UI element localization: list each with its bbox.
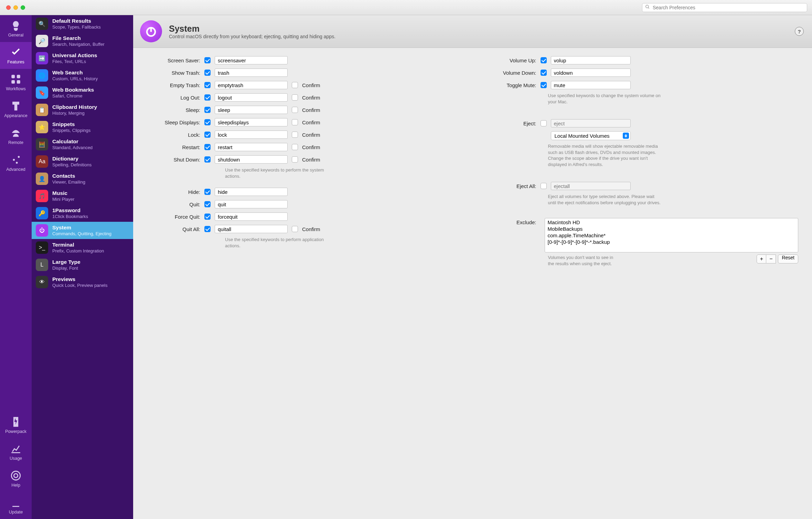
empty-trash-keyword-input[interactable] — [215, 81, 288, 89]
nav-features[interactable]: Features — [0, 42, 32, 69]
lock-keyword-input[interactable] — [215, 131, 288, 139]
feature-item-universal-actions[interactable]: ➡️ Universal Actions Files, Text, URLs — [32, 50, 133, 67]
eject-checkbox[interactable] — [541, 120, 547, 126]
empty-trash-checkbox[interactable] — [204, 82, 211, 88]
lock-checkbox[interactable] — [204, 132, 211, 138]
feature-item-system[interactable]: ⏻ System Commands, Quitting, Ejecting — [32, 222, 133, 239]
log-out-confirm-checkbox[interactable] — [292, 94, 298, 101]
quit-all-checkbox[interactable] — [204, 226, 211, 232]
exclude-add-button[interactable]: + — [757, 255, 766, 263]
music-icon: 🎵 — [36, 190, 48, 202]
shut-down-confirm-checkbox[interactable] — [292, 156, 298, 163]
feature-item-dictionary[interactable]: Aa Dictionary Spelling, Definitions — [32, 153, 133, 170]
exclude-item[interactable]: Macintosh HD — [545, 219, 798, 226]
restart-confirm-checkbox[interactable] — [292, 144, 298, 150]
nav-label: Advanced — [6, 167, 25, 172]
restart-keyword-input[interactable] — [215, 143, 288, 151]
hide-checkbox[interactable] — [204, 189, 211, 195]
exclude-item[interactable]: com.apple.TimeMachine* — [545, 232, 798, 239]
feature-item-web-search[interactable]: 🌐 Web Search Custom, URLs, History — [32, 67, 133, 84]
nav-remote[interactable]: Remote — [0, 123, 32, 149]
volume-up-keyword-input[interactable] — [551, 56, 631, 64]
feature-item-contacts[interactable]: 👤 Contacts Viewer, Emailing — [32, 170, 133, 187]
app-actions-help: Use the specified keywords to perform ap… — [215, 235, 326, 253]
screen-saver-keyword-input[interactable] — [215, 56, 288, 64]
show-trash-keyword-input[interactable] — [215, 69, 288, 77]
shut-down-keyword-input[interactable] — [215, 155, 288, 164]
feature-item-large-type[interactable]: L Large Type Display, Font — [32, 256, 133, 273]
previews-icon: 👁 — [36, 276, 48, 288]
volume-down-keyword-input[interactable] — [551, 69, 631, 77]
quit-checkbox[interactable] — [204, 201, 211, 207]
exclude-item[interactable]: MobileBackups — [545, 226, 798, 232]
feature-item-previews[interactable]: 👁 Previews Quick Look, Preview panels — [32, 273, 133, 291]
restart-checkbox[interactable] — [204, 144, 211, 150]
nav-label: Help — [11, 483, 20, 488]
feature-item-web-bookmarks[interactable]: 🔖 Web Bookmarks Safari, Chrome — [32, 84, 133, 101]
force-quit-checkbox[interactable] — [204, 214, 211, 220]
quit-keyword-input[interactable] — [215, 200, 288, 208]
log-out-label: Log Out: — [147, 95, 200, 101]
show-trash-checkbox[interactable] — [204, 70, 211, 76]
screen-saver-checkbox[interactable] — [204, 57, 211, 63]
search-preferences-field[interactable] — [642, 3, 807, 12]
nav-appearance[interactable]: Appearance — [0, 96, 32, 123]
window-minimize-button[interactable] — [13, 5, 18, 10]
power-icon — [140, 20, 162, 42]
help-button[interactable]: ? — [795, 27, 804, 36]
log-out-checkbox[interactable] — [204, 94, 211, 101]
lock-confirm-checkbox[interactable] — [292, 132, 298, 138]
quit-all-confirm-checkbox[interactable] — [292, 226, 298, 232]
sleep-confirm-checkbox[interactable] — [292, 107, 298, 113]
nav-general[interactable]: General — [0, 15, 32, 42]
nav-usage[interactable]: Usage — [0, 438, 32, 465]
feature-item-terminal[interactable]: >_ Terminal Prefix, Custom Integration — [32, 239, 133, 256]
exclude-item[interactable]: [0-9]*-[0-9]*-[0-9]*-*.backup — [545, 239, 798, 245]
quit-all-keyword-input[interactable] — [215, 225, 288, 233]
feature-title: Calculator — [52, 138, 93, 145]
feature-item-1password[interactable]: 🔑 1Password 1Click Bookmarks — [32, 205, 133, 222]
hide-keyword-input[interactable] — [215, 188, 288, 196]
eject-keyword-input[interactable] — [551, 119, 631, 127]
nav-advanced[interactable]: Advanced — [0, 149, 32, 176]
feature-item-file-search[interactable]: 🔎 File Search Search, Navigation, Buffer — [32, 32, 133, 50]
system-icon: ⏻ — [36, 224, 48, 237]
feature-item-music[interactable]: 🎵 Music Mini Player — [32, 187, 133, 205]
eject-all-help: Eject all volumes for type selected abov… — [548, 192, 662, 210]
exclude-remove-button[interactable]: − — [766, 255, 776, 263]
log-out-keyword-input[interactable] — [215, 93, 288, 102]
feature-item-calculator[interactable]: 🧮 Calculator Standard, Advanced — [32, 136, 133, 153]
nav-label: Update — [9, 510, 23, 515]
sleep-displays-confirm-checkbox[interactable] — [292, 119, 298, 125]
svg-point-9 — [11, 471, 20, 480]
feature-subtitle: Viewer, Emailing — [52, 179, 85, 185]
sleep-displays-keyword-input[interactable] — [215, 118, 288, 126]
empty-trash-confirm-checkbox[interactable] — [292, 82, 298, 88]
feature-item-default-results[interactable]: 🔍 Default Results Scope, Types, Fallback… — [32, 15, 133, 32]
shut-down-checkbox[interactable] — [204, 156, 211, 163]
eject-scope-popup[interactable]: Local Mounted Volumes — [551, 131, 631, 140]
search-input[interactable] — [652, 4, 804, 11]
window-close-button[interactable] — [6, 5, 11, 10]
sleep-keyword-input[interactable] — [215, 106, 288, 114]
nav-powerpack[interactable]: Powerpack — [0, 412, 32, 438]
sleep-displays-checkbox[interactable] — [204, 119, 211, 125]
nav-workflows[interactable]: Workflows — [0, 69, 32, 96]
toggle-mute-checkbox[interactable] — [541, 82, 547, 88]
feature-subtitle: Display, Font — [52, 266, 81, 271]
feature-title: Contacts — [52, 173, 85, 179]
exclude-reset-button[interactable]: Reset — [778, 255, 798, 263]
feature-item-clipboard-history[interactable]: 📋 Clipboard History History, Merging — [32, 101, 133, 118]
feature-item-snippets[interactable]: ⭐ Snippets Snippets, Clippings — [32, 118, 133, 136]
volume-down-checkbox[interactable] — [541, 70, 547, 76]
nav-update[interactable]: Update — [0, 492, 32, 519]
eject-all-checkbox[interactable] — [541, 183, 547, 189]
eject-all-keyword-input[interactable] — [551, 182, 631, 190]
volume-up-checkbox[interactable] — [541, 57, 547, 63]
exclude-list[interactable]: Macintosh HDMobileBackupscom.apple.TimeM… — [545, 218, 799, 252]
force-quit-keyword-input[interactable] — [215, 212, 288, 221]
sleep-checkbox[interactable] — [204, 107, 211, 113]
toggle-mute-keyword-input[interactable] — [551, 81, 631, 89]
nav-help[interactable]: Help — [0, 465, 32, 492]
window-zoom-button[interactable] — [21, 5, 25, 10]
